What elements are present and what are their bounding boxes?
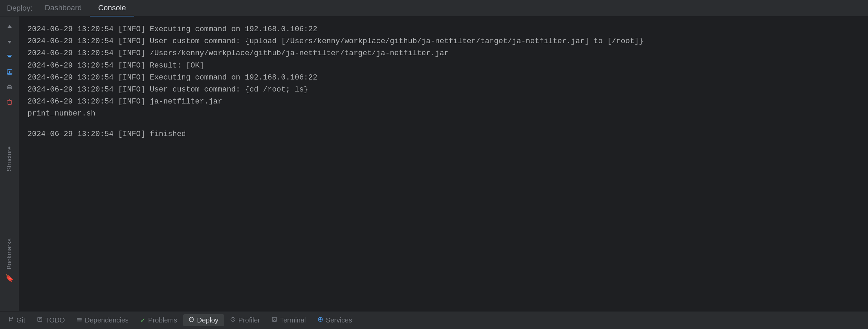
console-line: 2024-06-29 13:20:54 [INFO] /Users/kenny/…: [27, 47, 860, 59]
console-line: 2024-06-29 13:20:54 [INFO] User custom c…: [27, 35, 860, 47]
terminal-icon: [272, 317, 277, 324]
tab-todo[interactable]: TODO: [32, 314, 70, 326]
console-line: 2024-06-29 13:20:54 [INFO] Executing com…: [27, 23, 860, 35]
svg-rect-26: [77, 320, 82, 321]
svg-marker-6: [9, 71, 11, 73]
svg-rect-4: [9, 58, 11, 58]
main-content: Structure Bookmarks 🔖 2024-06-29 13:20:5…: [0, 16, 868, 311]
todo-icon: [37, 317, 43, 324]
console-line: 2024-06-29 13:20:54 [INFO] Result: [OK]: [27, 60, 860, 72]
profiler-label: Profiler: [238, 316, 260, 324]
deploy-label: Deploy: [197, 316, 218, 324]
services-icon: [318, 317, 323, 324]
sidebar-left: Structure Bookmarks 🔖: [0, 16, 19, 311]
tab-problems[interactable]: ✓ Problems: [135, 314, 183, 326]
git-label: Git: [16, 316, 25, 324]
bookmark-icon: 🔖: [5, 274, 14, 282]
delete-button[interactable]: [3, 96, 16, 108]
tab-console[interactable]: Console: [90, 0, 134, 16]
sidebar-icons-top: [0, 16, 19, 108]
console-line: 2024-06-29 13:20:54 [INFO] finished: [27, 128, 860, 140]
svg-marker-0: [8, 25, 12, 28]
console-spacer: [27, 120, 860, 128]
git-icon: [8, 317, 14, 324]
deploy-icon: [189, 317, 194, 324]
tab-profiler[interactable]: Profiler: [225, 314, 266, 326]
tab-dashboard[interactable]: Dashboard: [37, 0, 90, 16]
svg-rect-28: [272, 317, 277, 321]
console-line: print_number.sh: [27, 108, 860, 120]
console-line: 2024-06-29 13:20:54 [INFO] Executing com…: [27, 72, 860, 84]
svg-rect-3: [8, 56, 11, 57]
structure-panel[interactable]: Structure: [0, 108, 19, 210]
dependencies-label: Dependencies: [85, 316, 129, 324]
bookmarks-label: Bookmarks: [6, 239, 13, 269]
svg-rect-11: [8, 101, 11, 105]
svg-rect-21: [38, 317, 42, 321]
filter-button[interactable]: [3, 51, 16, 63]
svg-rect-24: [77, 319, 82, 320]
scroll-down-button[interactable]: [3, 36, 16, 48]
bookmarks-panel[interactable]: Bookmarks 🔖: [0, 210, 19, 311]
svg-rect-9: [8, 85, 11, 86]
todo-label: TODO: [45, 316, 65, 324]
svg-rect-10: [8, 87, 11, 88]
services-label: Services: [326, 316, 352, 324]
print-button[interactable]: [3, 81, 16, 93]
console-area: 2024-06-29 13:20:54 [INFO] Executing com…: [19, 16, 868, 311]
profiler-icon: [230, 317, 236, 324]
problems-icon: ✓: [140, 317, 145, 324]
bottom-bar: Git TODO Dependencies: [0, 311, 868, 329]
console-line: 2024-06-29 13:20:54 [INFO] User custom c…: [27, 84, 860, 96]
tab-terminal[interactable]: Terminal: [266, 314, 312, 326]
scroll-up-button[interactable]: [3, 21, 16, 33]
bottom-tabs: Git TODO Dependencies: [3, 314, 357, 326]
problems-label: Problems: [148, 316, 177, 324]
tab-bar: Deploy: Dashboard Console: [0, 0, 868, 16]
svg-point-30: [319, 318, 321, 320]
deploy-label: Deploy:: [3, 4, 37, 13]
tab-services[interactable]: Services: [312, 314, 358, 326]
run-button[interactable]: [3, 66, 16, 78]
dependencies-icon: [77, 317, 82, 324]
svg-rect-2: [7, 55, 12, 56]
svg-marker-1: [8, 41, 12, 44]
tab-git[interactable]: Git: [3, 314, 31, 326]
tab-dependencies[interactable]: Dependencies: [71, 314, 134, 326]
structure-label: Structure: [6, 146, 13, 171]
console-line: 2024-06-29 13:20:54 [INFO] ja-netfilter.…: [27, 96, 860, 108]
tab-deploy[interactable]: Deploy: [183, 314, 224, 326]
svg-rect-25: [77, 318, 82, 319]
terminal-label: Terminal: [280, 316, 306, 324]
